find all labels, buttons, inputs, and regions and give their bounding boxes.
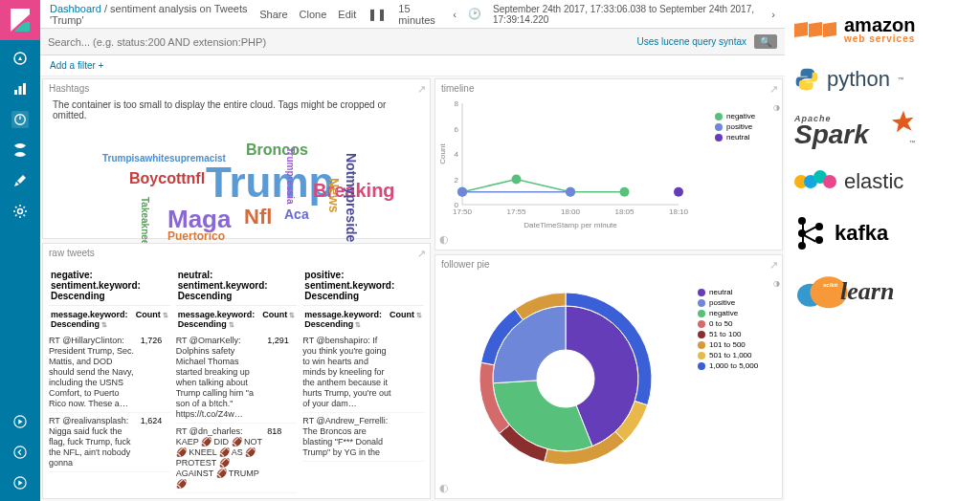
resize-icon[interactable]: ↗ bbox=[417, 248, 426, 260]
panel-raw-tweets: ↗ raw tweets negative: sentiment.keyword… bbox=[42, 243, 431, 499]
kibana-logo[interactable] bbox=[0, 0, 40, 40]
panel-title: raw tweets bbox=[43, 244, 430, 262]
sub-header[interactable]: message.keyword: Descending⇅Count⇅ bbox=[302, 306, 424, 333]
legend-toggle-icon[interactable]: ◑ bbox=[698, 279, 780, 288]
table-column: positive: sentiment.keyword: Descendingm… bbox=[302, 266, 424, 493]
table-column: neutral: sentiment.keyword: Descendingme… bbox=[176, 266, 298, 493]
wordcloud-tag[interactable]: Trumpisawhitesupremacist bbox=[102, 153, 226, 163]
share-button[interactable]: Share bbox=[259, 9, 287, 20]
resize-icon[interactable]: ↗ bbox=[769, 259, 778, 272]
main-area: Dashboard / sentiment analysis on Tweets… bbox=[40, 0, 785, 501]
legend-item[interactable]: 101 to 500 bbox=[698, 340, 780, 349]
search-submit-icon[interactable]: 🔍 bbox=[754, 34, 777, 49]
legend-item[interactable]: neutral bbox=[715, 133, 780, 142]
aws-logo: amazonweb services bbox=[794, 15, 915, 44]
svg-text:17:50: 17:50 bbox=[453, 207, 473, 216]
discover-icon[interactable] bbox=[11, 50, 29, 67]
svg-rect-2 bbox=[19, 86, 22, 95]
panel-hashtags: ↗ Hashtags The container is too small to… bbox=[42, 78, 431, 239]
table-row: RT @HillaryClinton: President Trump, Sec… bbox=[49, 333, 170, 413]
search-syntax-hint[interactable]: Uses lucene query syntax bbox=[636, 36, 746, 47]
cell-count: 818 bbox=[264, 426, 297, 490]
resize-icon[interactable]: ↗ bbox=[417, 83, 426, 96]
table-row: RT @realivansplash: Nigga said fuck the … bbox=[49, 413, 170, 472]
kibana-sidebar bbox=[0, 0, 40, 501]
svg-text:4: 4 bbox=[455, 150, 459, 159]
legend-item[interactable]: 501 to 1,000 bbox=[698, 351, 780, 359]
legend-item[interactable]: 51 to 100 bbox=[698, 330, 780, 338]
legend-item[interactable]: 0 to 50 bbox=[698, 319, 780, 328]
column-header[interactable]: neutral: sentiment.keyword: Descending bbox=[176, 266, 298, 306]
svg-rect-1 bbox=[14, 90, 17, 95]
cell-count: 1,726 bbox=[138, 336, 170, 409]
topbar: Dashboard / sentiment analysis on Tweets… bbox=[40, 0, 785, 29]
legend-item[interactable]: positive bbox=[698, 298, 780, 307]
time-range[interactable]: September 24th 2017, 17:33:06.038 to Sep… bbox=[493, 4, 760, 25]
add-filter-button[interactable]: Add a filter + bbox=[50, 60, 103, 71]
refresh-interval[interactable]: 15 minutes bbox=[398, 3, 441, 26]
edit-button[interactable]: Edit bbox=[338, 9, 356, 20]
svg-text:DateTimeStamp per minute: DateTimeStamp per minute bbox=[523, 221, 617, 229]
svg-text:8: 8 bbox=[455, 99, 459, 108]
search-input[interactable] bbox=[48, 36, 636, 48]
cell-message: RT @HillaryClinton: President Trump, Sec… bbox=[49, 336, 138, 409]
svg-point-8 bbox=[14, 447, 26, 458]
cell-count bbox=[391, 416, 424, 458]
svg-point-6 bbox=[18, 209, 23, 214]
wordcloud-tag[interactable]: Notmypresident bbox=[344, 153, 359, 255]
svg-text:18:05: 18:05 bbox=[614, 207, 635, 216]
svg-text:scikit: scikit bbox=[823, 282, 837, 288]
sklearn-logo: scikit learn bbox=[794, 272, 894, 311]
legend-item[interactable]: negative bbox=[715, 112, 780, 120]
devtools-icon[interactable] bbox=[11, 172, 29, 189]
table-row: RT @dn_charles: KAEP 🏈 DID 🏈 NOT 🏈 KNEEL… bbox=[176, 424, 298, 493]
legend-item[interactable]: neutral bbox=[698, 288, 780, 296]
breadcrumb: Dashboard / sentiment analysis on Tweets… bbox=[50, 3, 259, 26]
legend-item[interactable]: negative bbox=[698, 309, 780, 317]
column-header[interactable]: positive: sentiment.keyword: Descending bbox=[302, 266, 424, 306]
play1-icon[interactable] bbox=[11, 413, 29, 430]
wordcloud-tag[interactable]: Puertorico bbox=[167, 229, 225, 243]
wordcloud: TrumpMagaNflBreakingBroncosBoycottnflTru… bbox=[43, 124, 430, 249]
tech-logos: amazonweb services python™ Apache Spark … bbox=[785, 0, 980, 501]
column-header[interactable]: negative: sentiment.keyword: Descending bbox=[49, 266, 170, 306]
svg-text:17:55: 17:55 bbox=[506, 207, 526, 216]
table-row: RT @OmarKelly: Dolphins safety Michael T… bbox=[176, 333, 298, 424]
wordcloud-tag[interactable]: Trumpressia bbox=[285, 147, 296, 204]
visualize-icon[interactable] bbox=[11, 80, 29, 98]
python-logo: python™ bbox=[794, 67, 904, 92]
resize-icon[interactable]: ↗ bbox=[769, 83, 778, 96]
wordcloud-warning: The container is too small to display th… bbox=[43, 98, 430, 124]
wordcloud-tag[interactable]: Aca bbox=[284, 207, 309, 222]
wordcloud-tag[interactable]: Takeaknee! bbox=[140, 197, 150, 249]
legend-item[interactable]: positive bbox=[715, 122, 780, 131]
time-back-icon[interactable]: ‹ bbox=[453, 9, 457, 20]
wordcloud-tag[interactable]: Boycottnfl bbox=[129, 170, 205, 187]
svg-point-30 bbox=[674, 187, 683, 197]
pause-icon[interactable]: ❚❚ bbox=[368, 8, 387, 21]
wordcloud-tag[interactable]: Broncos bbox=[246, 142, 308, 159]
clone-button[interactable]: Clone bbox=[300, 9, 327, 20]
svg-text:18:10: 18:10 bbox=[669, 207, 689, 216]
time-fwd-icon[interactable]: › bbox=[771, 9, 775, 20]
spark-logo: Apache Spark ™ bbox=[794, 115, 869, 146]
timelion-icon[interactable] bbox=[11, 142, 29, 159]
wordcloud-tag[interactable]: News bbox=[326, 178, 342, 213]
svg-text:2: 2 bbox=[455, 176, 459, 185]
management-icon[interactable] bbox=[11, 203, 29, 220]
sub-header[interactable]: message.keyword: Descending⇅Count⇅ bbox=[176, 306, 298, 333]
legend-toggle-icon[interactable]: ◑ bbox=[715, 103, 780, 112]
legend-item[interactable]: 1,000 to 5,000 bbox=[698, 361, 780, 370]
panel-title: timeline bbox=[435, 79, 782, 98]
svg-text:6: 6 bbox=[455, 125, 459, 134]
cell-message: RT @Andrew_Ferrelli: The Broncos are bla… bbox=[302, 416, 391, 458]
play2-icon[interactable] bbox=[11, 474, 29, 491]
table-column: negative: sentiment.keyword: Descendingm… bbox=[49, 266, 170, 493]
panel-title: Hashtags bbox=[43, 79, 430, 98]
sub-header[interactable]: message.keyword: Descending⇅Count⇅ bbox=[49, 306, 170, 333]
wordcloud-tag[interactable]: Nfl bbox=[244, 205, 272, 229]
cell-count: 1,624 bbox=[138, 416, 170, 468]
dashboard-icon[interactable] bbox=[11, 111, 29, 128]
collapse-icon[interactable] bbox=[11, 444, 29, 461]
breadcrumb-dashboard[interactable]: Dashboard bbox=[50, 3, 101, 14]
